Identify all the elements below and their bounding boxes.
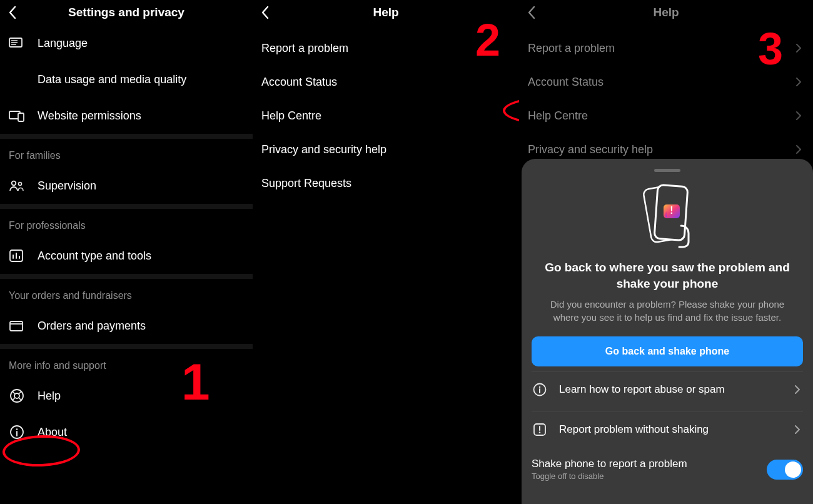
svg-point-16 [539, 386, 540, 388]
devices-icon [9, 108, 25, 124]
item-label: Learn how to report abuse or spam [559, 383, 780, 396]
item-about[interactable]: About [0, 414, 253, 450]
item-label: Data usage and media quality [38, 73, 244, 86]
header: Settings and privacy [0, 0, 253, 25]
divider [0, 274, 253, 279]
sheet-subtext: Did you encounter a problem? Please shak… [537, 298, 798, 324]
item-label: Support Requests [261, 177, 510, 190]
page-title: Help [519, 6, 813, 19]
item-label: Report a problem [261, 42, 510, 55]
item-help-centre[interactable]: Help Centre [519, 99, 813, 133]
item-data-usage[interactable]: Data usage and media quality [0, 61, 253, 98]
item-language[interactable]: Language [0, 25, 253, 61]
bar-chart-icon [9, 248, 25, 264]
item-label: Account Status [528, 76, 780, 89]
toggle-label: Shake phone to report a problem [532, 458, 758, 470]
annotation-number-1: 1 [181, 356, 210, 408]
section-orders: Your orders and fundraisers [0, 279, 253, 308]
item-label: Report problem without shaking [559, 423, 780, 436]
annotation-number-2: 2 [475, 18, 500, 63]
shake-phone-illustration: ! [532, 182, 803, 248]
svg-text:!: ! [670, 205, 673, 216]
item-label: Help Centre [528, 109, 780, 123]
item-website-permissions[interactable]: Website permissions [0, 98, 253, 134]
chevron-right-icon [792, 384, 803, 395]
toggle-hint: Toggle off to disable [532, 471, 758, 481]
item-privacy-security[interactable]: Privacy and security help [253, 133, 519, 166]
chevron-right-icon [792, 424, 803, 435]
go-back-shake-button[interactable]: Go back and shake phone [532, 336, 803, 366]
chevron-left-icon [527, 6, 536, 19]
lifebuoy-icon [9, 388, 25, 404]
chevron-left-icon [8, 6, 17, 19]
page-title: Settings and privacy [0, 6, 253, 19]
chevron-left-icon [261, 6, 270, 19]
section-for-professionals: For professionals [0, 209, 253, 238]
svg-rect-2 [18, 113, 24, 121]
svg-point-3 [12, 181, 16, 186]
chevron-right-icon [793, 43, 804, 54]
info-icon [532, 381, 548, 398]
item-label: Orders and payments [38, 320, 244, 333]
panel-settings: Settings and privacy Language Data usage… [0, 0, 253, 504]
item-supervision[interactable]: Supervision [0, 168, 253, 204]
item-label: Account Status [261, 76, 510, 89]
item-label: Language [38, 37, 244, 50]
item-label: Privacy and security help [528, 143, 780, 156]
svg-point-10 [16, 428, 18, 430]
panel-help-sheet: Help Report a problem Account Status Hel… [519, 0, 813, 504]
divider [0, 134, 253, 139]
section-for-families: For families [0, 139, 253, 168]
bottom-sheet: ! Go back to where you saw the problem a… [522, 159, 813, 504]
wallet-icon [9, 318, 25, 334]
people-icon [9, 178, 25, 194]
svg-point-4 [19, 183, 22, 186]
item-support-requests[interactable]: Support Requests [253, 166, 519, 200]
item-help-centre[interactable]: Help Centre [253, 99, 519, 133]
item-account-status[interactable]: Account Status [253, 65, 519, 99]
language-icon [9, 35, 25, 51]
report-without-shaking[interactable]: Report problem without shaking [532, 411, 803, 446]
item-help[interactable]: Help [0, 378, 253, 414]
warning-icon [532, 421, 548, 438]
item-label: Help [38, 390, 244, 403]
header: Help [519, 0, 813, 25]
shake-toggle-row: Shake phone to report a problem Toggle o… [532, 458, 803, 481]
back-button[interactable] [253, 0, 278, 25]
svg-point-8 [14, 393, 19, 398]
divider [0, 344, 253, 349]
item-account-type[interactable]: Account type and tools [0, 238, 253, 274]
section-more-info: More info and support [0, 349, 253, 378]
item-label: About [38, 426, 244, 439]
item-label: Privacy and security help [261, 143, 510, 156]
item-orders-payments[interactable]: Orders and payments [0, 308, 253, 344]
info-icon [9, 424, 25, 440]
chevron-right-icon [793, 144, 804, 155]
annotation-number-3: 3 [758, 26, 783, 71]
back-button[interactable] [0, 0, 25, 25]
item-label: Account type and tools [38, 249, 244, 263]
learn-report-abuse[interactable]: Learn how to report abuse or spam [532, 371, 803, 406]
svg-rect-6 [10, 321, 23, 331]
chevron-right-icon [793, 110, 804, 121]
item-label: Report a problem [528, 42, 780, 55]
shake-toggle[interactable] [767, 460, 803, 480]
sheet-heading: Go back to where you saw the problem and… [532, 260, 803, 291]
item-label: Help Centre [261, 109, 510, 123]
item-label: Website permissions [38, 109, 244, 123]
divider [0, 204, 253, 209]
panel-help: Help Report a problem Account Status Hel… [253, 0, 519, 504]
back-button[interactable] [519, 0, 544, 25]
sheet-handle[interactable] [654, 169, 680, 172]
chevron-right-icon [793, 76, 804, 88]
item-label: Supervision [38, 179, 244, 193]
svg-point-18 [539, 431, 540, 433]
